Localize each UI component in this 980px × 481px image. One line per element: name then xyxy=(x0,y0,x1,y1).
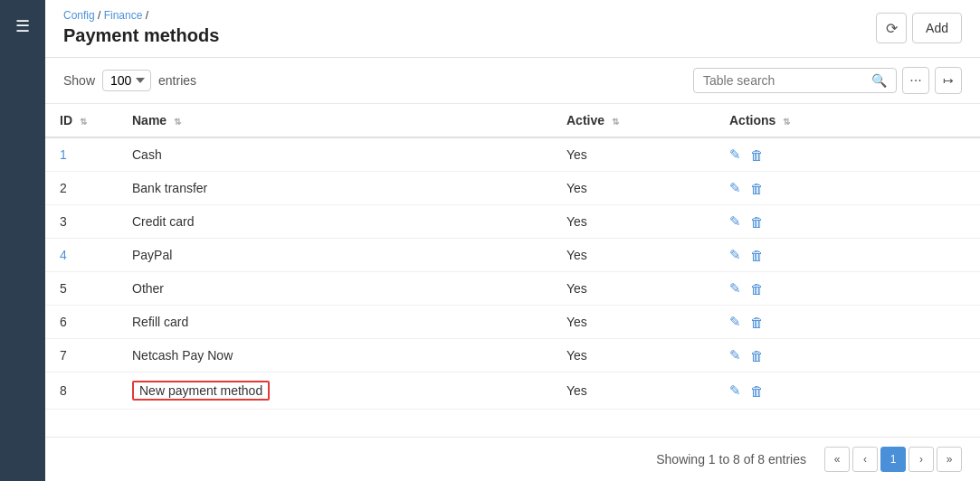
row-id-link[interactable]: 1 xyxy=(60,147,67,162)
highlighted-name: New payment method xyxy=(132,381,270,401)
cell-active: Yes xyxy=(552,339,715,373)
col-header-name[interactable]: Name ⇅ xyxy=(118,104,552,137)
table-row: 3Credit cardYes ✎ 🗑 xyxy=(45,205,980,239)
pagination: « ‹ 1 › » xyxy=(824,447,962,472)
edit-icon[interactable]: ✎ xyxy=(729,314,741,330)
export-button[interactable]: ↦ xyxy=(935,67,962,94)
cell-active: Yes xyxy=(552,373,715,410)
sort-icon-name: ⇅ xyxy=(174,117,181,127)
cell-actions: ✎ 🗑 xyxy=(715,306,980,339)
cell-id: 6 xyxy=(45,306,118,339)
table-row: 8New payment methodYes ✎ 🗑 xyxy=(45,373,980,410)
cell-name: Netcash Pay Now xyxy=(118,339,552,373)
breadcrumb-finance[interactable]: Finance xyxy=(104,9,143,22)
delete-icon[interactable]: 🗑 xyxy=(750,315,764,330)
cell-name: New payment method xyxy=(118,373,552,410)
cell-actions: ✎ 🗑 xyxy=(715,172,980,205)
footer: Showing 1 to 8 of 8 entries « ‹ 1 › » xyxy=(45,437,980,481)
edit-icon[interactable]: ✎ xyxy=(729,347,741,363)
pagination-last[interactable]: » xyxy=(937,447,962,472)
pagination-first[interactable]: « xyxy=(824,447,850,472)
cell-id: 8 xyxy=(45,373,118,410)
table-row: 7Netcash Pay NowYes ✎ 🗑 xyxy=(45,339,980,373)
cell-active: Yes xyxy=(552,272,715,306)
show-label: Show xyxy=(63,73,95,88)
edit-icon[interactable]: ✎ xyxy=(729,382,741,399)
cell-active: Yes xyxy=(552,137,715,172)
cell-id: 7 xyxy=(45,339,118,373)
pagination-next[interactable]: › xyxy=(909,447,934,472)
cell-actions: ✎ 🗑 xyxy=(715,205,980,239)
delete-icon[interactable]: 🗑 xyxy=(750,348,764,363)
cell-active: Yes xyxy=(552,239,715,272)
add-button[interactable]: Add xyxy=(912,13,962,43)
cell-name: PayPal xyxy=(118,239,552,272)
cell-id: 1 xyxy=(45,137,118,172)
edit-icon[interactable]: ✎ xyxy=(729,146,741,163)
delete-icon[interactable]: 🗑 xyxy=(750,214,764,230)
pagination-prev[interactable]: ‹ xyxy=(852,447,878,472)
cell-id: 3 xyxy=(45,205,118,239)
table-row: 2Bank transferYes ✎ 🗑 xyxy=(45,172,980,205)
row-id-link[interactable]: 4 xyxy=(60,248,67,262)
delete-icon[interactable]: 🗑 xyxy=(750,383,764,399)
cell-actions: ✎ 🗑 xyxy=(715,137,980,172)
sort-icon-id: ⇅ xyxy=(80,117,87,127)
table-row: 6Refill cardYes ✎ 🗑 xyxy=(45,306,980,339)
sidebar-menu-icon[interactable]: ☰ xyxy=(8,9,37,43)
cell-actions: ✎ 🗑 xyxy=(715,272,980,306)
showing-text: Showing 1 to 8 of 8 entries xyxy=(656,452,806,467)
cell-actions: ✎ 🗑 xyxy=(715,373,980,410)
more-options-button[interactable]: ··· xyxy=(902,67,929,94)
refresh-button[interactable]: ⟳ xyxy=(876,13,907,43)
cell-name: Bank transfer xyxy=(118,172,552,205)
table-row: 4PayPalYes ✎ 🗑 xyxy=(45,239,980,272)
cell-actions: ✎ 🗑 xyxy=(715,339,980,373)
search-icon: 🔍 xyxy=(871,73,887,88)
pagination-current[interactable]: 1 xyxy=(880,447,906,472)
cell-active: Yes xyxy=(552,172,715,205)
entries-select[interactable]: 100 10 25 50 xyxy=(102,70,151,91)
edit-icon[interactable]: ✎ xyxy=(729,213,741,230)
col-header-id[interactable]: ID ⇅ xyxy=(45,104,118,137)
search-box: 🔍 xyxy=(693,68,897,93)
breadcrumb: Config / Finance / xyxy=(63,9,962,22)
delete-icon[interactable]: 🗑 xyxy=(750,147,764,163)
cell-id: 4 xyxy=(45,239,118,272)
delete-icon[interactable]: 🗑 xyxy=(750,281,764,297)
edit-icon[interactable]: ✎ xyxy=(729,280,741,297)
cell-id: 5 xyxy=(45,272,118,306)
cell-active: Yes xyxy=(552,306,715,339)
col-header-actions[interactable]: Actions ⇅ xyxy=(715,104,980,137)
delete-icon[interactable]: 🗑 xyxy=(750,181,764,196)
page-title: Payment methods xyxy=(63,25,962,46)
cell-active: Yes xyxy=(552,205,715,239)
search-input[interactable] xyxy=(703,73,866,88)
sort-icon-actions: ⇅ xyxy=(783,117,790,127)
cell-name: Credit card xyxy=(118,205,552,239)
edit-icon[interactable]: ✎ xyxy=(729,247,741,263)
cell-id: 2 xyxy=(45,172,118,205)
sort-icon-active: ⇅ xyxy=(612,117,619,127)
cell-actions: ✎ 🗑 xyxy=(715,239,980,272)
data-table: ID ⇅ Name ⇅ Active ⇅ Actions ⇅ xyxy=(45,104,980,437)
breadcrumb-config[interactable]: Config xyxy=(63,9,95,22)
cell-name: Refill card xyxy=(118,306,552,339)
entries-label: entries xyxy=(158,73,196,88)
cell-name: Cash xyxy=(118,137,552,172)
table-row: 5OtherYes ✎ 🗑 xyxy=(45,272,980,306)
cell-name: Other xyxy=(118,272,552,306)
toolbar: Show 100 10 25 50 entries 🔍 ··· ↦ xyxy=(45,58,980,104)
table-row: 1CashYes ✎ 🗑 xyxy=(45,137,980,172)
col-header-active[interactable]: Active ⇅ xyxy=(552,104,715,137)
delete-icon[interactable]: 🗑 xyxy=(750,248,764,263)
edit-icon[interactable]: ✎ xyxy=(729,180,741,196)
